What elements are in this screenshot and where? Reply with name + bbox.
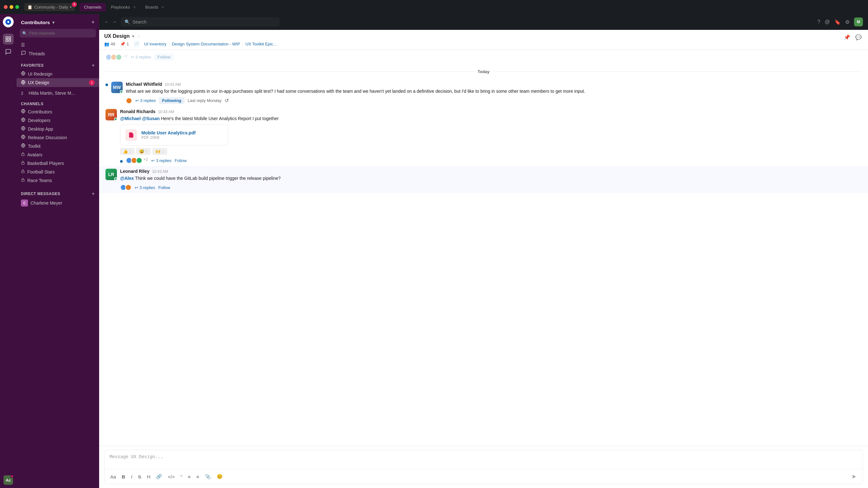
blurred-follow-button[interactable]: Follow [154, 54, 174, 60]
channel-search-input[interactable] [20, 29, 96, 37]
message-input[interactable] [104, 450, 863, 468]
channel-name[interactable]: UX Design [104, 33, 130, 39]
channel-link-ux-toolkit[interactable]: UX Toolkit Epic... [242, 41, 279, 47]
message-toolbar: Aa B I S H 🔗 </> " ≡ ≡ 📎 😊 ➤ [104, 469, 863, 484]
forward-button[interactable]: → [112, 19, 117, 25]
ronald-thread-avatars: +2 [126, 157, 148, 163]
ui-redesign-label: UI Redesign [28, 71, 53, 77]
sidebar-item-release-discussion[interactable]: Release Discussion [17, 133, 99, 142]
traffic-lights [4, 5, 19, 9]
help-icon[interactable]: ? [817, 19, 820, 25]
send-button[interactable]: ➤ [849, 472, 859, 481]
leonard-follow-button[interactable]: Follow [158, 185, 170, 190]
reaction-raised-hands[interactable]: 🙌 1 [153, 148, 167, 155]
file-name: Mobile User Analytics.pdf [142, 130, 196, 135]
app-logo[interactable] [3, 17, 14, 27]
favorites-add-button[interactable]: + [92, 63, 95, 68]
code-button[interactable]: </> [166, 473, 177, 481]
leonard-avatar[interactable]: LR [105, 169, 117, 180]
quote-button[interactable]: " [179, 473, 184, 481]
leonard-author[interactable]: Leonard Riley [120, 169, 150, 174]
numbered-list-button[interactable]: ≡ [194, 473, 201, 481]
channel-chevron-icon[interactable]: ▾ [132, 34, 134, 38]
sidebar-item-desktop-app[interactable]: Desktop App [17, 125, 99, 133]
attachment-button[interactable]: 📎 [203, 472, 213, 481]
workspace-name[interactable]: Contributors ▾ [21, 20, 54, 25]
reaction-sweat-smile[interactable]: 😅 4 [136, 148, 151, 155]
michael-following-button[interactable]: Following [159, 97, 185, 104]
tab-boards-close[interactable]: ✕ [161, 5, 164, 9]
sidebar-item-football-stars[interactable]: Football Stars [17, 167, 99, 176]
link-button[interactable]: 🔗 [154, 472, 164, 481]
minimize-button[interactable] [9, 5, 13, 9]
reaction-thumbsup[interactable]: 👍 1 [120, 148, 134, 155]
emoji-button[interactable]: 😊 [215, 472, 225, 481]
tab-channels[interactable]: Channels [80, 3, 106, 11]
pdf-icon [125, 129, 137, 141]
nav-profile-icon[interactable]: Ac [3, 475, 14, 485]
leonard-reply-count[interactable]: ↩ 3 replies [135, 185, 155, 190]
sidebar-item-hilda-steve[interactable]: 2 Hilda Martin, Steve M... [17, 89, 99, 97]
channel-file-icon[interactable]: 📄 [134, 41, 139, 47]
ronald-follow-button[interactable]: Follow [175, 158, 187, 163]
charlene-avatar: C [21, 200, 28, 207]
bullet-list-button[interactable]: ≡ [186, 473, 192, 481]
reaction-sweat-count: 4 [146, 149, 148, 154]
user-avatar-toolbar[interactable]: M [854, 18, 863, 26]
divider-line-left [105, 71, 474, 72]
channel-search[interactable]: 🔍 [20, 29, 96, 37]
nav-channels-icon[interactable] [3, 34, 14, 44]
heading-button[interactable]: H [145, 473, 152, 481]
sidebar-item-filter[interactable]: ☰ [17, 41, 99, 49]
michael-avatar[interactable]: MW [111, 82, 123, 93]
sidebar-item-race-teams[interactable]: Race Teams [17, 176, 99, 185]
blurred-thread-replies[interactable]: ↩ 3 replies [131, 55, 151, 59]
mention-michael[interactable]: @Michael [120, 116, 141, 121]
close-button[interactable] [4, 5, 8, 9]
ronald-file-attachment[interactable]: Mobile User Analytics.pdf PDF 15KB [120, 125, 228, 146]
mention-alex[interactable]: @Alex [120, 176, 134, 181]
channel-message-icon[interactable]: 💬 [854, 33, 863, 41]
fullscreen-button[interactable] [15, 5, 19, 9]
sidebar-item-developers[interactable]: Developers [17, 116, 99, 125]
new-item-button[interactable]: + [91, 19, 95, 26]
channel-members[interactable]: 👥 48 [104, 41, 115, 47]
sidebar-item-ux-design[interactable]: UX Design 1 [17, 78, 99, 87]
sidebar-item-ui-redesign[interactable]: UI Redesign [17, 69, 99, 78]
ronald-reply-count[interactable]: ↩ 3 replies [151, 158, 172, 163]
back-button[interactable]: ← [104, 19, 109, 25]
workspace-tab[interactable]: 📋 Community - Daily 4 ▾ [24, 3, 75, 11]
dm-add-button[interactable]: + [92, 191, 95, 197]
nav-dm-icon[interactable] [3, 47, 14, 57]
ronald-author[interactable]: Ronald Richards [120, 109, 155, 114]
channels-header: CHANNELS [17, 99, 99, 108]
michael-reply-count[interactable]: ↩ 3 replies [135, 98, 156, 103]
ronald-avatar[interactable]: RR [105, 109, 117, 120]
michael-author[interactable]: Michael Whitfield [126, 82, 162, 87]
sidebar-item-contributors[interactable]: Contributors [17, 108, 99, 116]
search-bar[interactable]: 🔍 Search [121, 17, 280, 27]
sidebar-item-avatars[interactable]: Avatars [17, 150, 99, 159]
format-text-button[interactable]: Aa [108, 473, 118, 481]
bold-button[interactable]: B [120, 473, 127, 481]
at-icon[interactable]: @ [825, 19, 830, 25]
channel-link-ui-inventory[interactable]: UI Inventory [144, 41, 169, 47]
dm-header: DIRECT MESSAGES + [17, 188, 99, 198]
tab-playbooks[interactable]: Playbooks ✕ [106, 3, 140, 11]
bookmark-icon[interactable]: 🔖 [834, 19, 841, 25]
channel-pin-icon[interactable]: 📌 [843, 33, 851, 41]
tab-boards[interactable]: Boards ✕ [141, 3, 168, 11]
sidebar-item-basketball-players[interactable]: Basketball Players [17, 159, 99, 167]
sidebar-dm-charlene[interactable]: C Charlene Meyer [17, 198, 99, 208]
sidebar-item-threads[interactable]: Threads [17, 49, 99, 58]
sidebar-item-toolkit[interactable]: Toolkit [17, 142, 99, 150]
tab-playbooks-close[interactable]: ✕ [133, 5, 136, 9]
channel-star-icon[interactable]: ☆ [136, 34, 141, 39]
leonard-text: @Alex Think we could have the GitLab bui… [120, 175, 862, 182]
mention-susan[interactable]: @Susan [142, 116, 160, 121]
channel-pinned[interactable]: 📌 1 [120, 41, 129, 47]
channel-link-design-system[interactable]: Design System Documentation - WIP [169, 41, 243, 47]
settings-icon[interactable]: ⚙ [845, 19, 849, 25]
italic-button[interactable]: I [129, 473, 134, 481]
strikethrough-button[interactable]: S [136, 473, 143, 481]
